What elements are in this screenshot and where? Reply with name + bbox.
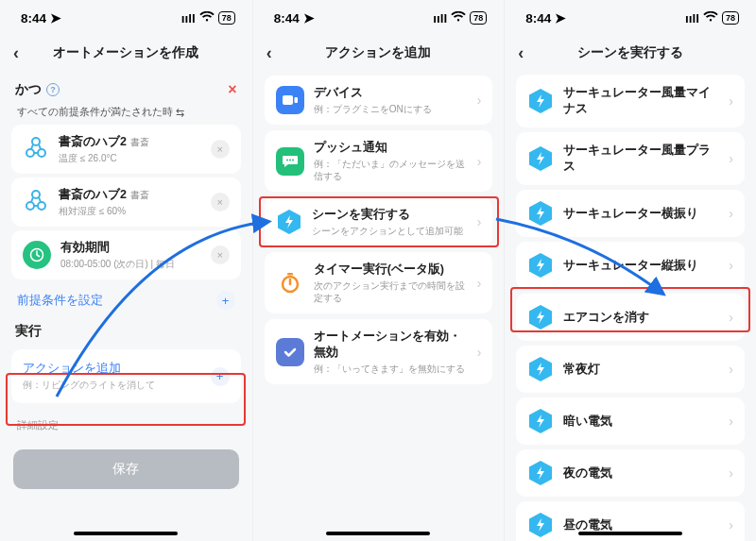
scene-icon	[527, 200, 554, 227]
plus-icon[interactable]: +	[211, 367, 230, 386]
hub-icon	[23, 136, 49, 162]
location-icon: ➤	[303, 10, 315, 25]
chevron-right-icon: ›	[477, 214, 482, 229]
home-indicator	[578, 532, 682, 535]
page-title: アクションを追加	[325, 44, 431, 61]
screen-create-automation: 8:44➤ ııll 78 ‹ オートメーションを作成 かつ ? × すべての前…	[0, 0, 252, 541]
scene-label: エアコンを消す	[563, 310, 649, 326]
scene-label: 夜の電気	[563, 465, 612, 482]
action-option[interactable]: デバイス例：プラグミニをONにする›	[265, 76, 493, 125]
chevron-right-icon: ›	[729, 362, 733, 377]
back-button[interactable]: ‹	[518, 43, 524, 63]
signal-icon: ııll	[181, 11, 196, 25]
chevron-right-icon: ›	[729, 151, 733, 166]
chevron-right-icon: ›	[729, 258, 733, 273]
chevron-right-icon: ›	[477, 154, 482, 169]
scene-icon	[527, 356, 554, 382]
action-option[interactable]: プッシュ通知例：「ただいま」のメッセージを送信する›	[265, 130, 493, 192]
chevron-right-icon: ›	[729, 414, 733, 429]
scene-label: サーキュレーター風量マイナス	[563, 85, 719, 117]
option-title: シーンを実行する	[312, 207, 410, 223]
scene-item[interactable]: サーキュレーター風量プラス›	[516, 132, 745, 185]
condition-card[interactable]: 書斎のハブ2書斎 相対湿度 ≤ 60% ×	[11, 178, 241, 227]
option-sub: 例：「いってきます」を無効にする	[314, 363, 468, 375]
scene-label: サーキュレーター縦振り	[563, 258, 698, 274]
wifi-icon	[199, 11, 215, 25]
chevron-right-icon: ›	[729, 206, 733, 221]
option-sub: 例：プラグミニをONにする	[314, 103, 468, 115]
chevron-right-icon: ›	[729, 517, 733, 533]
battery-icon: 78	[722, 11, 739, 25]
timer-icon	[276, 269, 304, 297]
screen-run-scene: 8:44➤ ııll 78 ‹ シーンを実行する サーキュレーター風量マイナス›…	[504, 0, 756, 541]
signal-icon: ııll	[685, 11, 699, 25]
nav-header: ‹ オートメーションを作成	[0, 36, 252, 70]
info-icon[interactable]: ?	[46, 83, 60, 96]
scene-item[interactable]: サーキュレーター風量マイナス›	[516, 75, 745, 127]
svg-point-10	[286, 159, 288, 161]
wifi-icon	[451, 11, 466, 25]
device-icon	[276, 86, 304, 114]
chevron-right-icon: ›	[477, 276, 482, 291]
close-icon[interactable]: ×	[228, 81, 236, 98]
swap-icon[interactable]: ⇆	[176, 107, 184, 118]
remove-icon[interactable]: ×	[211, 140, 230, 159]
chevron-right-icon: ›	[729, 465, 733, 481]
scene-label: サーキュレーター横振り	[563, 206, 698, 222]
status-bar: 8:44➤ ııll 78	[253, 0, 505, 36]
scene-item[interactable]: 暗い電気›	[516, 397, 745, 445]
scene-item[interactable]: 夜の電気›	[516, 449, 745, 497]
home-indicator	[74, 532, 178, 535]
detail-settings-link[interactable]: 詳細設定	[0, 409, 252, 442]
option-title: タイマー実行(ベータ版)	[314, 262, 444, 278]
scene-icon	[527, 512, 554, 538]
back-button[interactable]: ‹	[266, 43, 272, 63]
nav-header: ‹ アクションを追加	[253, 36, 505, 70]
set-precondition-link[interactable]: 前提条件を設定 +	[0, 283, 252, 317]
remove-icon[interactable]: ×	[211, 245, 230, 264]
scene-icon	[527, 88, 554, 114]
svg-rect-14	[287, 273, 293, 276]
scene-item[interactable]: サーキュレーター横振り›	[516, 190, 745, 237]
option-sub: 例：「ただいま」のメッセージを送信する	[314, 158, 468, 182]
scene-icon	[527, 460, 554, 486]
scene-label: 常夜灯	[563, 362, 600, 378]
option-sub: シーンをアクションとして追加可能	[312, 225, 468, 237]
scene-item[interactable]: エアコンを消す›	[516, 294, 745, 341]
svg-rect-8	[283, 95, 293, 105]
chevron-right-icon: ›	[477, 93, 482, 108]
svg-point-12	[292, 159, 294, 161]
exec-label: 実行	[0, 317, 252, 344]
nav-header: ‹ シーンを実行する	[505, 36, 756, 70]
save-button[interactable]: 保存	[13, 449, 239, 489]
scene-item[interactable]: 常夜灯›	[516, 346, 745, 393]
status-bar: 8:44➤ ııll 78	[505, 0, 756, 36]
back-button[interactable]: ‹	[13, 43, 19, 63]
status-bar: 8:44➤ ııll 78	[0, 0, 252, 36]
condition-subtext: すべての前提条件が満たされた時 ⇆	[0, 102, 252, 121]
plus-icon[interactable]: +	[216, 291, 235, 310]
scene-item[interactable]: サーキュレーター縦振り›	[516, 242, 745, 289]
battery-icon: 78	[218, 11, 235, 25]
scene-icon	[527, 408, 554, 434]
location-icon: ➤	[555, 10, 566, 25]
scene-icon	[527, 252, 554, 279]
page-title: オートメーションを作成	[53, 44, 198, 61]
hub-icon	[23, 189, 49, 215]
action-option[interactable]: オートメーションを有効・無効例：「いってきます」を無効にする›	[265, 319, 493, 384]
action-option[interactable]: タイマー実行(ベータ版)次のアクション実行までの時間を設定する›	[265, 252, 493, 313]
action-option[interactable]: シーンを実行するシーンをアクションとして追加可能›	[265, 197, 493, 246]
scene-label: 暗い電気	[563, 414, 612, 430]
condition-label: かつ ? ×	[0, 70, 252, 102]
scene-label: サーキュレーター風量プラス	[563, 143, 719, 175]
remove-icon[interactable]: ×	[211, 193, 230, 211]
wifi-icon	[703, 11, 718, 25]
condition-card[interactable]: 書斎のハブ2書斎 温度 ≤ 26.0°C ×	[11, 125, 241, 174]
option-title: オートメーションを有効・無効	[314, 329, 468, 361]
home-indicator	[326, 532, 430, 535]
scene-icon	[527, 145, 554, 172]
add-action-card[interactable]: アクションを追加 例：リビングのライトを消して +	[11, 349, 241, 403]
condition-card[interactable]: 有効期間 08:00-05:00 (次の日) | 毎日 ×	[11, 230, 241, 279]
clock-icon	[23, 241, 51, 269]
scene-icon	[276, 209, 302, 235]
